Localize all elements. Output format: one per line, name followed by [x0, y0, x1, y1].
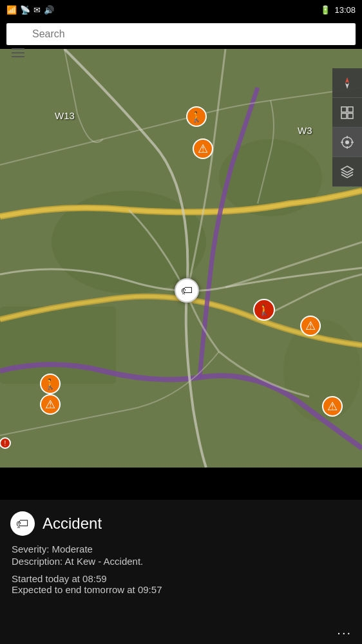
- status-bar: 📶 📡 ✉ 🔊 🔋 13:08: [0, 0, 362, 19]
- svg-rect-10: [348, 113, 353, 118]
- marker-pedestrian-1[interactable]: 🚶: [186, 106, 207, 127]
- status-icons-left: 📶 📡 ✉ 🔊: [6, 5, 54, 15]
- marker-pedestrian-red[interactable]: 🚶: [253, 299, 275, 321]
- svg-point-12: [345, 140, 349, 144]
- wifi-icon: 📡: [20, 5, 30, 15]
- search-bar-container: [0, 19, 362, 49]
- incident-description: Description: At Kew - Accident.: [10, 556, 352, 567]
- marker-accident-selected[interactable]: 🏷: [175, 278, 199, 303]
- marker-warning-2[interactable]: ⚠: [300, 316, 321, 336]
- more-options-button[interactable]: ...: [337, 623, 352, 638]
- message-icon: ✉: [33, 5, 41, 15]
- map-container[interactable]: W13 W3 SW14 🚶 ⚠ 🏷 🚶 ⚠ 🚶 ⚠ ⚠ !: [0, 49, 362, 468]
- svg-rect-9: [341, 113, 347, 118]
- incident-header: 🏷 Accident: [10, 511, 352, 536]
- marker-warning-4[interactable]: ⚠: [322, 396, 343, 417]
- location-button[interactable]: [332, 128, 362, 157]
- marker-warning-1[interactable]: ⚠: [193, 138, 213, 159]
- incident-title: Accident: [43, 515, 102, 533]
- signal-icon: 📶: [6, 5, 17, 15]
- layers-button[interactable]: [332, 157, 362, 187]
- search-input[interactable]: [6, 23, 356, 45]
- audio-icon: 🔊: [44, 5, 54, 15]
- time-display: 13:08: [334, 5, 356, 15]
- incident-severity: Severity: Moderate: [10, 544, 352, 554]
- svg-rect-8: [348, 107, 353, 112]
- hamburger-menu[interactable]: [6, 43, 30, 62]
- marker-pedestrian-2[interactable]: 🚶: [40, 374, 61, 394]
- svg-marker-5: [345, 77, 349, 83]
- battery-icon: 🔋: [320, 5, 330, 15]
- marker-warning-3[interactable]: ⚠: [40, 394, 61, 415]
- map-controls-panel: [332, 68, 362, 187]
- incident-icon: 🏷: [10, 511, 35, 536]
- incident-expected: Expected to end tomorrow at 09:57: [10, 584, 352, 595]
- incident-started: Started today at 08:59: [10, 573, 352, 584]
- marker-incident-left[interactable]: !: [0, 437, 11, 449]
- satellite-button[interactable]: [332, 98, 362, 128]
- incident-panel: 🏷 Accident Severity: Moderate Descriptio…: [0, 500, 362, 644]
- svg-marker-17: [341, 166, 353, 173]
- svg-rect-7: [341, 107, 347, 112]
- status-icons-right: 🔋 13:08: [320, 5, 356, 15]
- compass-button[interactable]: [332, 68, 362, 98]
- svg-marker-6: [345, 83, 349, 89]
